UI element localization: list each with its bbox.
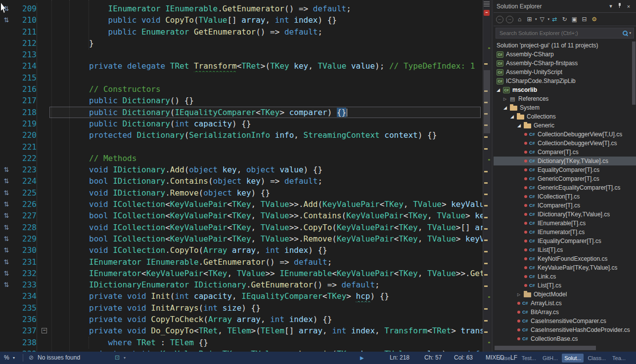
- line-number[interactable]: 225: [13, 187, 37, 199]
- breakpoint-margin[interactable]: [0, 49, 13, 60]
- code-line[interactable]: ⇅227bool ICollection<KeyValuePair<TKey, …: [0, 210, 483, 221]
- expander-icon[interactable]: ▷: [517, 292, 524, 297]
- tree-item-file[interactable]: C#GenericEqualityComparer[T].cs: [494, 183, 636, 192]
- switch-views-icon[interactable]: ⊞: [525, 14, 534, 24]
- tree-item-file[interactable]: C#List[T].cs: [494, 281, 636, 290]
- breakpoint-margin[interactable]: ⇅: [0, 256, 13, 268]
- tool-window-tab[interactable]: Tea...: [610, 354, 628, 363]
- tree-item[interactable]: ◢Collections: [494, 112, 636, 121]
- code-line[interactable]: ⇅209IEnumerator IEnumerable.GetEnumerato…: [0, 3, 483, 14]
- breakpoint-margin[interactable]: [0, 290, 13, 302]
- tree-item-file[interactable]: C#BitArray.cs: [494, 308, 636, 317]
- fold-margin[interactable]: [37, 129, 51, 141]
- tree-item[interactable]: ◢System: [494, 103, 636, 112]
- breakpoint-margin[interactable]: [0, 141, 13, 153]
- tree-item-file[interactable]: C#Comparer[T].cs: [494, 148, 636, 157]
- breakpoint-margin[interactable]: [0, 83, 13, 95]
- breakpoint-margin[interactable]: [0, 38, 13, 49]
- fold-margin[interactable]: [37, 49, 51, 60]
- tool-window-tab[interactable]: GitH...: [540, 354, 560, 363]
- char-indicator[interactable]: Ch: 57: [424, 352, 442, 364]
- line-number[interactable]: 238: [13, 337, 37, 348]
- line-number[interactable]: 235: [13, 302, 37, 314]
- fold-margin[interactable]: [37, 3, 51, 14]
- fold-margin[interactable]: [37, 118, 51, 129]
- fold-margin[interactable]: [37, 95, 51, 106]
- fold-margin[interactable]: [37, 210, 51, 221]
- tool-window-tab[interactable]: Asse...: [496, 354, 518, 363]
- line-number[interactable]: 214: [13, 60, 37, 72]
- breakpoint-margin[interactable]: ⇅: [0, 187, 13, 199]
- editor-vertical-scrollbar[interactable]: −: [483, 0, 491, 352]
- breakpoint-margin[interactable]: ⇅: [0, 199, 13, 210]
- line-number[interactable]: 223: [13, 164, 37, 175]
- code-line[interactable]: 235private void InitArrays(int size) {}: [0, 302, 483, 314]
- line-number[interactable]: 219: [13, 118, 37, 129]
- fold-margin[interactable]: [37, 187, 51, 199]
- tree-item-file[interactable]: C#IEnumerable[T].cs: [494, 219, 636, 228]
- fold-margin[interactable]: [37, 302, 51, 314]
- tree-item-file[interactable]: C#ICollection[T].cs: [494, 192, 636, 201]
- code-line[interactable]: 213: [0, 49, 483, 60]
- extension-status-icon[interactable]: ⊡: [115, 352, 120, 364]
- home-icon[interactable]: ⌂: [515, 14, 524, 24]
- code-line[interactable]: 239private static KeyValuePair<TKey, TVa…: [0, 348, 483, 352]
- fold-margin[interactable]: [37, 107, 51, 118]
- line-number[interactable]: 210: [13, 14, 37, 26]
- fold-margin[interactable]: [37, 38, 51, 49]
- code-line[interactable]: 218public Dictionary(IEqualityComparer<T…: [0, 107, 483, 118]
- line-number[interactable]: 215: [13, 72, 37, 83]
- tree-item[interactable]: ◢Generic: [494, 121, 636, 130]
- code-line[interactable]: 221: [0, 141, 483, 153]
- tree-item-file[interactable]: C#CollectionDebuggerView[T,U].cs: [494, 130, 636, 139]
- code-line[interactable]: 217public Dictionary() {}: [0, 95, 483, 106]
- search-box[interactable]: ▾: [496, 28, 634, 39]
- status-caret-icon[interactable]: ▾: [124, 352, 126, 364]
- code-line[interactable]: ⇅224bool IDictionary.Contains(object key…: [0, 175, 483, 187]
- scrollbar-thumb[interactable]: [632, 41, 636, 105]
- breakpoint-margin[interactable]: [0, 153, 13, 164]
- tree-item[interactable]: C#Assembly-UnityScript: [494, 68, 636, 77]
- line-number[interactable]: 228: [13, 222, 37, 233]
- breakpoint-margin[interactable]: [0, 302, 13, 314]
- fold-margin[interactable]: [37, 290, 51, 302]
- tree-item-file[interactable]: C#IEqualityComparer[T].cs: [494, 237, 636, 245]
- line-number[interactable]: 211: [13, 26, 37, 38]
- column-indicator[interactable]: Col: 63: [454, 352, 473, 364]
- line-number[interactable]: 216: [13, 83, 37, 95]
- close-icon[interactable]: ×: [624, 3, 633, 9]
- zoom-control[interactable]: %: [4, 352, 9, 364]
- tree-item-file[interactable]: C#CaseInsensitiveHashCodeProvider.cs: [494, 325, 636, 334]
- fold-margin[interactable]: [37, 72, 51, 83]
- tree-item[interactable]: Solution 'project-gui' (11 of 11 project…: [494, 41, 636, 50]
- search-caret-icon[interactable]: ▾: [629, 31, 631, 35]
- code-line[interactable]: 216// Constructors: [0, 83, 483, 95]
- tree-item[interactable]: ▷ObjectModel: [494, 290, 636, 299]
- breakpoint-margin[interactable]: ⇅: [0, 233, 13, 244]
- pin-icon[interactable]: [615, 2, 624, 10]
- breakpoint-margin[interactable]: [0, 95, 13, 106]
- breakpoint-margin[interactable]: [0, 337, 13, 348]
- code-line[interactable]: ⇅225void IDictionary.Remove(object key) …: [0, 187, 483, 199]
- line-number[interactable]: 224: [13, 175, 37, 187]
- expander-icon[interactable]: ◢: [503, 105, 510, 110]
- line-number[interactable]: 231: [13, 256, 37, 268]
- code-line[interactable]: ⇅210public void CopyTo(TValue[] array, i…: [0, 14, 483, 26]
- code-line[interactable]: ⇅231IEnumerator IEnumerable.GetEnumerato…: [0, 256, 483, 268]
- tree-item-file[interactable]: C#CollectionDebuggerView[T].cs: [494, 139, 636, 148]
- breakpoint-margin[interactable]: [0, 118, 13, 129]
- code-line[interactable]: 238where TRet : TElem {}: [0, 337, 483, 348]
- code-line[interactable]: 222// Methods: [0, 153, 483, 164]
- line-number[interactable]: 222: [13, 153, 37, 164]
- line-number[interactable]: 213: [13, 49, 37, 60]
- code-line[interactable]: ⇅226void ICollection<KeyValuePair<TKey, …: [0, 199, 483, 210]
- fold-margin[interactable]: [37, 337, 51, 348]
- fold-margin[interactable]: [37, 222, 51, 233]
- line-number[interactable]: 239: [13, 348, 37, 352]
- fold-margin[interactable]: [37, 60, 51, 72]
- code-line[interactable]: ⇅233IDictionaryEnumerator IDictionary.Ge…: [0, 279, 483, 290]
- line-number[interactable]: 229: [13, 233, 37, 244]
- line-number[interactable]: 230: [13, 244, 37, 256]
- document-health-icon[interactable]: −: [484, 10, 490, 16]
- code-line[interactable]: 215: [0, 72, 483, 83]
